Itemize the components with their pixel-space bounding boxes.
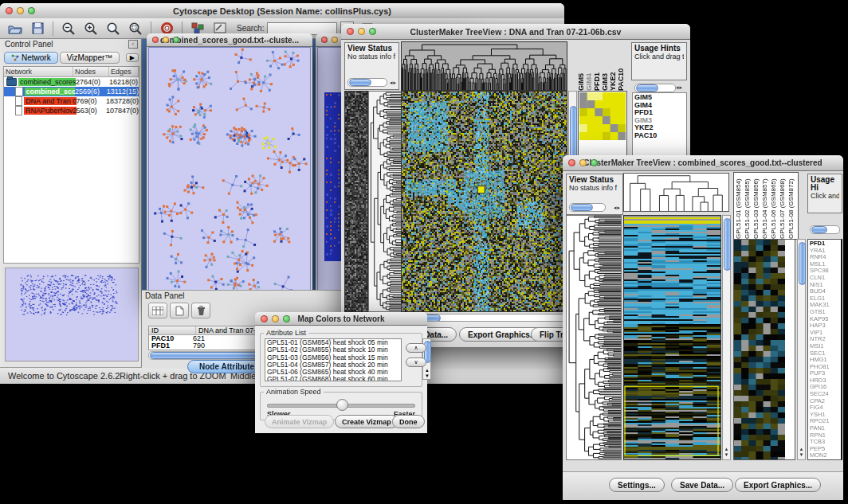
- tv1-heatmap[interactable]: [401, 91, 567, 312]
- move-up-button[interactable]: ∧: [406, 343, 426, 353]
- speed-slider-thumb[interactable]: [336, 399, 348, 411]
- more-tabs-button[interactable]: ▶: [126, 53, 139, 62]
- dialog-titlebar[interactable]: Map Colors to Network: [255, 312, 427, 326]
- col-header-network[interactable]: Network: [4, 67, 73, 76]
- view-status-title: View Status: [569, 176, 620, 184]
- minimize-button[interactable]: [358, 28, 365, 35]
- column-label: YKE2: [610, 41, 617, 91]
- network-canvas[interactable]: [149, 48, 310, 295]
- close-button[interactable]: [347, 28, 354, 35]
- network-name: combined_sco: [25, 88, 75, 96]
- tv1-zoom-heatmap[interactable]: [579, 92, 626, 140]
- animate-vizmap-button[interactable]: Animate Vizmap: [265, 415, 334, 428]
- tv2-column-dendrogram[interactable]: [623, 173, 729, 212]
- status-hscrollbar[interactable]: [347, 78, 387, 87]
- close-button[interactable]: [261, 315, 268, 322]
- minimize-button[interactable]: [272, 315, 279, 322]
- dp-col-id[interactable]: ID: [149, 326, 196, 334]
- col-header-edges[interactable]: Edges: [109, 67, 139, 76]
- network-tree-row[interactable]: RNAPuberNov2+563(0)107847(0): [4, 106, 139, 115]
- zoom-button[interactable]: [173, 37, 179, 43]
- tv2-titlebar[interactable]: ClusterMaker TreeView : combined_scores_…: [563, 155, 843, 171]
- zoom-button[interactable]: [591, 159, 598, 166]
- tab-vizmapper[interactable]: VizMapper™: [60, 52, 120, 64]
- open-folder-icon[interactable]: [6, 21, 24, 37]
- float-panel-icon[interactable]: ⌕: [128, 40, 138, 49]
- nodes-count: 563(0): [77, 107, 106, 115]
- tv1-column-dendrogram[interactable]: [401, 41, 567, 91]
- scroll-thumb[interactable]: [571, 204, 593, 211]
- column-label: GPL51-04 (GSM857): [762, 173, 770, 239]
- usage-hscrollbar[interactable]: [634, 84, 676, 92]
- treeview-window-combined: ClusterMaker TreeView : combined_scores_…: [563, 155, 843, 500]
- column-label: GPL51-08 (GSM872): [788, 173, 796, 239]
- save-icon[interactable]: [29, 21, 46, 37]
- main-titlebar[interactable]: Cytoscape Desktop (Session Name: collins…: [0, 3, 564, 19]
- usage-hscrollbar[interactable]: [810, 225, 840, 234]
- network-tree-row[interactable]: combined_scores2764(0)16218(0): [4, 77, 139, 87]
- scroll-thumb[interactable]: [724, 218, 731, 271]
- tv2-heatmap[interactable]: [623, 215, 721, 460]
- status-hscrollbar[interactable]: [569, 203, 606, 212]
- tv1-global-overview-strip[interactable]: [344, 91, 368, 312]
- scroll-thumb[interactable]: [349, 79, 371, 86]
- status-welcome: Welcome to Cytoscape 2.6.2: [8, 371, 120, 381]
- attribute-list[interactable]: GPL51-01 (GSM854) heat shock 05 minGPL51…: [265, 338, 402, 381]
- birdseye-view[interactable]: [7, 270, 135, 357]
- scroll-arrows[interactable]: ◂▸: [390, 80, 397, 86]
- zoom-in-icon[interactable]: [82, 21, 100, 37]
- usage-hints-text: Click and drag to: [634, 53, 684, 61]
- done-button[interactable]: Done: [392, 415, 425, 428]
- zoom-button[interactable]: [283, 315, 290, 322]
- tv2-vscrollbar[interactable]: ▲▼: [722, 215, 731, 460]
- minimize-button[interactable]: [163, 37, 169, 43]
- tv2-usage-hints-box: Usage Hi Click and: [807, 174, 842, 213]
- attribute-item[interactable]: GPL51-07 (GSM868) heat shock 60 min: [265, 376, 401, 381]
- col-header-nodes[interactable]: Nodes: [73, 67, 109, 76]
- close-button[interactable]: [321, 37, 328, 43]
- network-overview-panel[interactable]: [5, 268, 139, 361]
- tv2-zoom-heatmap[interactable]: [734, 240, 785, 459]
- file-icon: [15, 96, 22, 106]
- net1-titlebar[interactable]: combined_scores_good.txt--cluste...: [147, 33, 312, 47]
- scroll-arrows[interactable]: ◂▸: [614, 205, 621, 211]
- search-label: Search:: [237, 24, 264, 33]
- minimize-button[interactable]: [579, 159, 587, 166]
- zoom-fit-icon[interactable]: [104, 21, 122, 37]
- tv1-title: ClusterMaker TreeView : DNA and Tran 07-…: [341, 27, 690, 37]
- new-attribute-icon[interactable]: [170, 303, 189, 318]
- network-tree-row[interactable]: DNA and Tran 07769(0)183728(0): [4, 96, 139, 106]
- zoom-button[interactable]: [28, 7, 35, 14]
- tv2-row-dendrogram[interactable]: [566, 215, 622, 460]
- footer-button[interactable]: Save Data...: [671, 478, 733, 492]
- tv2-zoom-vscrollbar[interactable]: ▲▼: [797, 239, 806, 460]
- delete-attribute-icon[interactable]: [191, 303, 210, 318]
- scroll-arrows[interactable]: ◂▸: [676, 84, 683, 91]
- tv2-gene-labels: PFD1YRA1RNR4MSL1SPC98CLN1NIS1BUD4ELG1MAK…: [807, 239, 842, 460]
- scroll-thumb[interactable]: [811, 226, 827, 233]
- footer-button[interactable]: Settings...: [609, 478, 665, 492]
- window-controls[interactable]: [6, 7, 35, 14]
- tv1-row-dendrogram[interactable]: [368, 91, 402, 312]
- tv1-titlebar[interactable]: ClusterMaker TreeView : DNA and Tran 07-…: [341, 24, 690, 40]
- close-button[interactable]: [568, 159, 575, 166]
- zoom-out-icon[interactable]: [60, 21, 77, 37]
- close-button[interactable]: [152, 37, 159, 43]
- attribute-table-icon[interactable]: [148, 303, 167, 318]
- move-down-button[interactable]: ∨: [406, 357, 426, 367]
- column-label: GIM4: [586, 41, 593, 91]
- zoom-button[interactable]: [369, 28, 376, 35]
- network-tree-row[interactable]: combined_sco2569(6)13112(15): [4, 87, 139, 96]
- footer-button[interactable]: Export Graphics...: [735, 478, 821, 492]
- scroll-thumb[interactable]: [799, 242, 806, 285]
- tv1-view-status-box: View Status No status info f ◂▸: [344, 42, 399, 90]
- node-value: 790: [193, 342, 205, 350]
- create-vizmap-button[interactable]: Create Vizmap: [335, 415, 398, 428]
- close-button[interactable]: [6, 7, 13, 14]
- minimize-button[interactable]: [332, 37, 338, 43]
- scroll-thumb[interactable]: [636, 84, 658, 92]
- tab-network[interactable]: Network: [4, 52, 58, 64]
- tv2-zoom-view[interactable]: [733, 239, 795, 460]
- minimize-button[interactable]: [17, 7, 24, 14]
- zoom-selected-icon[interactable]: [127, 21, 144, 37]
